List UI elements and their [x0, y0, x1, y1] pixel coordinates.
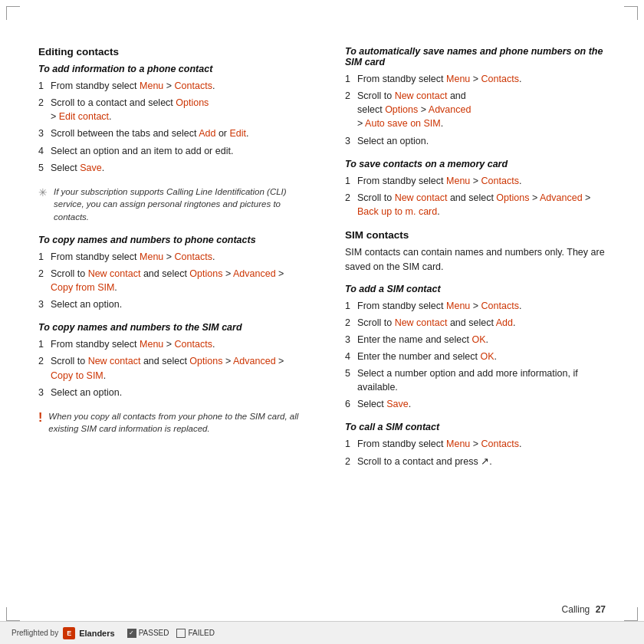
step-item: 1 From standby select Menu > Contacts.: [345, 437, 606, 451]
step-text: Scroll between the tabs and select Add o…: [51, 127, 299, 140]
step-num: 2: [345, 455, 357, 468]
subsection-add-info: To add information to a phone contact 1 …: [38, 64, 299, 175]
step-item: 2 Scroll to New contact and select Optio…: [345, 191, 606, 219]
sim-contacts-body: SIM contacts can contain names and numbe…: [345, 245, 606, 274]
step-item: 2 Scroll to New contact and select Optio…: [38, 354, 299, 382]
steps-save-memory: 1 From standby select Menu > Contacts. 2…: [345, 174, 606, 219]
link-advanced: Advanced: [540, 192, 583, 203]
content-area: Editing contacts To add information to a…: [0, 0, 644, 598]
note-warning-text: When you copy all contacts from your pho…: [48, 410, 299, 435]
step-text: Scroll to New contact and select Options…: [51, 267, 299, 294]
note-cli: ✳ If your subscription supports Calling …: [38, 186, 299, 224]
link-options: Options: [176, 97, 209, 108]
subsection-add-sim-title: To add a SIM contact: [345, 284, 606, 294]
link-copy-from-sim: Copy from SIM: [51, 282, 114, 293]
step-num: 6: [345, 397, 357, 411]
link-contacts: Contacts: [481, 301, 519, 311]
status-passed: ✓ PASSED: [127, 629, 169, 638]
link-menu: Menu: [140, 339, 163, 350]
subsection-copy-to-phone: To copy names and numbers to phone conta…: [38, 235, 299, 312]
step-text: From standby select Menu > Contacts.: [51, 79, 299, 93]
link-copy-to-sim: Copy to SIM: [51, 370, 104, 381]
subsection-add-sim-contact: To add a SIM contact 1 From standby sele…: [345, 284, 606, 412]
link-options: Options: [189, 356, 222, 366]
link-options: Options: [496, 192, 529, 203]
footer-bar: Preflighted by E Elanders ✓ PASSED FAILE…: [0, 621, 644, 644]
step-num: 4: [345, 350, 357, 363]
link-auto-save: Auto save on SIM: [365, 118, 441, 129]
step-text: From standby select Menu > Contacts.: [51, 250, 299, 264]
step-item: 2 Scroll to a contact and press ↗.: [345, 455, 606, 468]
step-item: 5 Select a number option and add more in…: [345, 366, 606, 394]
step-num: 3: [345, 333, 357, 347]
link-advanced: Advanced: [233, 268, 276, 279]
link-backup: Back up to m. card: [357, 206, 437, 217]
link-contacts: Contacts: [481, 176, 519, 186]
link-save: Save: [386, 399, 409, 409]
editing-contacts-title: Editing contacts: [38, 46, 299, 58]
step-item: 2 Scroll to New contact and select Optio…: [38, 267, 299, 294]
warning-icon: !: [38, 411, 42, 425]
link-advanced: Advanced: [233, 356, 276, 366]
step-text: Scroll to New contact andselect Options …: [357, 89, 606, 130]
link-menu: Menu: [446, 301, 470, 311]
steps-call-sim: 1 From standby select Menu > Contacts. 2…: [345, 437, 606, 468]
link-menu: Menu: [140, 251, 163, 262]
steps-add-info: 1 From standby select Menu > Contacts. 2…: [38, 79, 299, 175]
link-contacts: Contacts: [175, 339, 212, 350]
step-item: 1 From standby select Menu > Contacts.: [345, 299, 606, 313]
step-item: 3 Select an option.: [345, 134, 606, 148]
step-item: 2 Scroll to New contact and select Add.: [345, 316, 606, 330]
corner-mark-bl: [6, 607, 20, 621]
step-num: 1: [345, 299, 357, 313]
step-item: 3 Enter the name and select OK.: [345, 333, 606, 347]
step-num: 2: [345, 316, 357, 330]
step-text: From standby select Menu > Contacts.: [357, 72, 606, 86]
footer-status-area: ✓ PASSED FAILED: [127, 629, 215, 638]
subsection-auto-save: To automatically save names and phone nu…: [345, 46, 606, 148]
sun-icon: ✳: [38, 186, 48, 199]
step-item: 1 From standby select Menu > Contacts.: [345, 174, 606, 188]
step-item: 2 Scroll to a contact and select Options…: [38, 96, 299, 123]
step-num: 1: [345, 72, 357, 86]
link-new-contact: New contact: [88, 356, 141, 366]
subsection-copy-phone-title: To copy names and numbers to phone conta…: [38, 235, 299, 245]
step-num: 2: [345, 89, 357, 130]
step-text: Select an option and an item to add or e…: [51, 144, 299, 158]
link-menu: Menu: [140, 80, 163, 91]
step-num: 3: [345, 134, 357, 148]
step-num: 1: [38, 79, 51, 93]
page-container: Editing contacts To add information to a…: [0, 0, 644, 644]
passed-checkbox-icon: ✓: [127, 629, 136, 638]
link-add: Add: [496, 317, 513, 328]
step-text: From standby select Menu > Contacts.: [357, 437, 606, 451]
link-contacts: Contacts: [175, 80, 212, 91]
subsection-copy-sim-title: To copy names and numbers to the SIM car…: [38, 322, 299, 333]
note-cli-text: If your subscription supports Calling Li…: [54, 186, 299, 224]
subsection-call-sim-title: To call a SIM contact: [345, 422, 606, 432]
sim-contacts-title: SIM contacts: [345, 229, 606, 241]
step-text: Select an option.: [51, 297, 299, 311]
link-ok: OK: [472, 334, 485, 345]
link-new-contact: New contact: [88, 268, 141, 279]
step-num: 1: [345, 437, 357, 451]
step-num: 1: [38, 250, 51, 264]
step-num: 4: [38, 144, 51, 158]
step-text: From standby select Menu > Contacts.: [357, 299, 606, 313]
step-text: Enter the name and select OK.: [357, 333, 606, 347]
link-menu: Menu: [446, 439, 470, 449]
page-footer: Calling 27: [562, 604, 606, 615]
step-text: Select an option.: [51, 386, 299, 399]
link-edit-contact: Edit contact: [59, 111, 109, 122]
link-new-contact: New contact: [395, 317, 448, 328]
corner-mark-tl: [6, 6, 20, 20]
steps-copy-sim: 1 From standby select Menu > Contacts. 2…: [38, 337, 299, 399]
step-item: 1 From standby select Menu > Contacts.: [38, 79, 299, 93]
corner-mark-tr: [624, 6, 638, 20]
link-new-contact: New contact: [395, 192, 448, 203]
page-number: 27: [596, 604, 606, 615]
note-warning: ! When you copy all contacts from your p…: [38, 410, 299, 435]
status-failed: FAILED: [176, 629, 214, 638]
link-contacts: Contacts: [481, 439, 519, 449]
step-num: 2: [345, 191, 357, 219]
